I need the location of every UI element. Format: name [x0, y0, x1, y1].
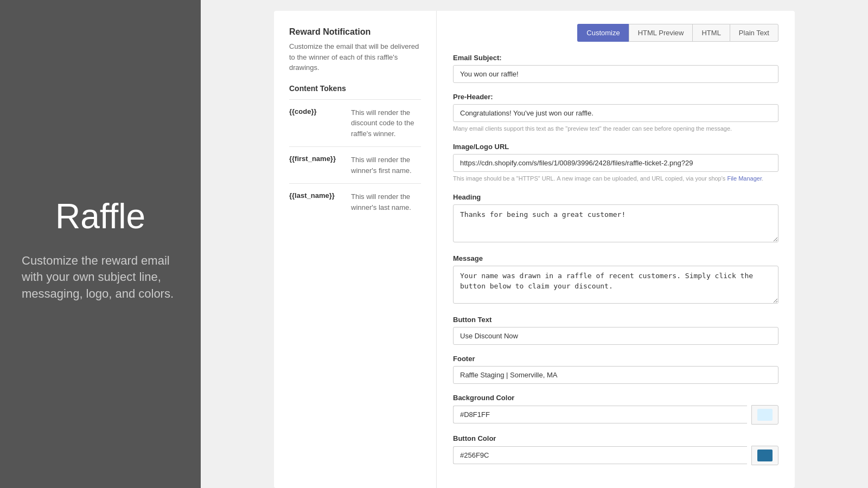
footer-group: Footer — [453, 355, 778, 384]
button-text-label: Button Text — [453, 316, 778, 324]
tokens-title: Content Tokens — [289, 84, 421, 93]
token-desc-code: This will render the discount code to th… — [351, 107, 421, 139]
heading-input[interactable]: Thanks for being such a great customer! — [453, 204, 778, 242]
image-logo-url-hint: This image should be a "HTTPS" URL. A ne… — [453, 175, 778, 183]
image-logo-url-input[interactable] — [453, 154, 778, 172]
message-label: Message — [453, 254, 778, 262]
tab-plain-text[interactable]: Plain Text — [730, 24, 778, 42]
button-text-input[interactable] — [453, 327, 778, 345]
heading-group: Heading Thanks for being such a great cu… — [453, 193, 778, 245]
button-color-row — [453, 446, 778, 465]
footer-input[interactable] — [453, 366, 778, 384]
background-color-input[interactable] — [453, 406, 747, 423]
pre-header-label: Pre-Header: — [453, 93, 778, 101]
heading-label: Heading — [453, 193, 778, 201]
token-key-last-name: {{last_name}} — [289, 191, 343, 200]
panel-title: Reward Notification — [289, 27, 421, 37]
right-panel: Customize HTML Preview HTML Plain Text E… — [437, 11, 795, 488]
background-color-row — [453, 405, 778, 425]
token-desc-last-name: This will render the winner's last name. — [351, 191, 421, 213]
button-color-input[interactable] — [453, 446, 747, 464]
message-group: Message Your name was drawn in a raffle … — [453, 254, 778, 306]
image-logo-url-label: Image/Logo URL — [453, 143, 778, 151]
main-content: Reward Notification Customize the email … — [201, 0, 868, 488]
button-color-swatch — [757, 450, 773, 461]
background-color-group: Background Color — [453, 394, 778, 425]
file-manager-link[interactable]: File Manager — [727, 175, 762, 182]
token-item-first-name: {{first_name}} This will render the winn… — [289, 146, 421, 183]
left-panel: Reward Notification Customize the email … — [274, 11, 437, 488]
panel-description: Customize the email that will be deliver… — [289, 41, 421, 73]
background-color-swatch — [757, 409, 773, 421]
email-subject-input[interactable] — [453, 65, 778, 83]
footer-label: Footer — [453, 355, 778, 363]
pre-header-input[interactable] — [453, 104, 778, 122]
image-hint-post: . — [762, 175, 763, 182]
button-color-group: Button Color — [453, 434, 778, 465]
message-input[interactable]: Your name was drawn in a raffle of recen… — [453, 266, 778, 304]
card: Reward Notification Customize the email … — [274, 11, 795, 488]
tab-customize[interactable]: Customize — [577, 24, 628, 42]
image-hint-pre: This image should be a "HTTPS" URL. A ne… — [453, 175, 727, 182]
tab-html[interactable]: HTML — [692, 24, 729, 42]
pre-header-group: Pre-Header: Many email clients support t… — [453, 93, 778, 133]
app-title: Raffle — [55, 196, 145, 236]
token-item-code: {{code}} This will render the discount c… — [289, 99, 421, 147]
sidebar: Raffle Customize the reward email with y… — [0, 0, 201, 488]
token-desc-first-name: This will render the winner's first name… — [351, 155, 421, 176]
sidebar-description: Customize the reward email with your own… — [22, 253, 179, 303]
background-color-label: Background Color — [453, 394, 778, 402]
pre-header-hint: Many email clients support this text as … — [453, 125, 778, 133]
email-subject-label: Email Subject: — [453, 54, 778, 62]
token-key-first-name: {{first_name}} — [289, 155, 343, 163]
token-item-last-name: {{last_name}} This will render the winne… — [289, 183, 421, 220]
button-color-swatch-container[interactable] — [751, 446, 778, 465]
email-subject-group: Email Subject: — [453, 54, 778, 83]
tab-bar: Customize HTML Preview HTML Plain Text — [453, 24, 778, 42]
image-logo-url-group: Image/Logo URL This image should be a "H… — [453, 143, 778, 183]
button-text-group: Button Text — [453, 316, 778, 345]
tab-html-preview[interactable]: HTML Preview — [629, 24, 693, 42]
button-color-label: Button Color — [453, 434, 778, 442]
token-key-code: {{code}} — [289, 107, 343, 115]
background-color-swatch-container[interactable] — [751, 405, 778, 425]
